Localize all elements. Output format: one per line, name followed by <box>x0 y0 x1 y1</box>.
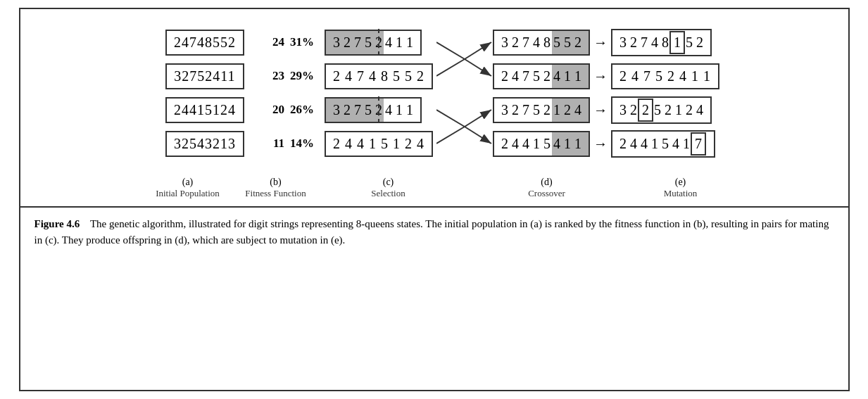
label-a: (a) Initial Population <box>132 177 244 199</box>
caption-text: The genetic algorithm, illustrated for d… <box>34 218 829 246</box>
col-selection: 3 2 7 5 2 4 1 1 2 4 7 4 8 5 5 2 3 2 7 5 … <box>325 29 433 157</box>
cross-box-3: 3 2 7 5 2 1 2 4 <box>493 97 590 123</box>
cross-row-4: 2 4 4 1 5 4 1 1 <box>493 130 590 157</box>
label-e-title: (e) <box>624 177 737 188</box>
label-e: (e) Mutation <box>624 177 737 199</box>
label-d: (d) Crossover <box>470 177 624 199</box>
main-diagram: 24748552 32752411 24415124 32543213 24 3… <box>27 22 841 167</box>
sel-box-3: 3 2 7 5 2 4 1 1 <box>325 97 422 123</box>
ip-box-3: 24415124 <box>165 97 244 123</box>
fitness-value-3: 20 <box>265 103 284 117</box>
d-to-e-arrows: → → → → <box>590 29 611 157</box>
mut-box-4-post <box>707 140 714 147</box>
cross-box-4-left: 2 4 4 1 5 <box>494 132 552 156</box>
col-crossover: 3 2 7 4 8 5 5 2 2 4 7 5 2 4 1 1 3 2 7 5 … <box>493 29 590 157</box>
fitness-value-2: 23 <box>265 69 284 83</box>
selection-with-arrows: 3 2 7 5 2 4 1 1 2 4 7 4 8 5 5 2 3 2 7 5 … <box>325 29 493 167</box>
cross-box-4-right: 4 1 1 <box>552 132 589 156</box>
mut-box-3: 3 2 2 5 2 1 2 4 <box>611 96 712 124</box>
svg-line-2 <box>436 59 465 76</box>
main-container: 24748552 32752411 24415124 32543213 24 3… <box>19 8 850 391</box>
arrow-de-2: → <box>593 63 608 89</box>
cross-row-1: 3 2 7 4 8 5 5 2 <box>493 29 590 56</box>
cross-box-4: 2 4 4 1 5 4 1 1 <box>493 131 590 157</box>
mut-row-1: 3 2 7 4 8 1 5 2 <box>611 29 719 56</box>
cross-box-3-right: 1 2 4 <box>552 99 589 122</box>
fitness-row-1: 24 31% → <box>265 29 325 56</box>
label-c: (c) Selection <box>308 177 470 199</box>
arrow-de-4: → <box>593 130 608 157</box>
sel-box-1-right: 4 1 1 <box>384 31 420 54</box>
sel-row-2: 2 4 7 4 8 5 5 2 <box>325 63 433 89</box>
col-mutation: 3 2 7 4 8 1 5 2 2 4 7 5 2 4 1 1 3 2 2 5 … <box>611 29 719 157</box>
ip-box-2: 32752411 <box>165 63 244 89</box>
ip-box-4: 32543213 <box>165 131 244 157</box>
figure-label: Figure 4.6 <box>34 218 80 229</box>
mut-box-4-pre: 2 4 4 1 5 4 1 <box>612 132 690 156</box>
fitness-pct-3: 26% <box>290 103 317 117</box>
sel-row-3: 3 2 7 5 2 4 1 1 <box>325 96 433 123</box>
caption-area: Figure 4.6 The genetic algorithm, illust… <box>20 208 848 256</box>
arrow-de-3: → <box>593 96 608 123</box>
cross-box-3-left: 3 2 7 5 2 <box>494 99 552 122</box>
svg-line-5 <box>436 110 465 127</box>
label-b-sub: Fitness Function <box>244 188 308 199</box>
mut-row-2: 2 4 7 5 2 4 1 1 <box>611 63 719 89</box>
label-e-sub: Mutation <box>624 188 737 199</box>
mut-box-3-post: 5 2 1 2 4 <box>654 99 710 122</box>
mut-row-3: 3 2 2 5 2 1 2 4 <box>611 96 719 123</box>
mut-box-1-mut: 1 <box>669 31 685 54</box>
svg-line-4 <box>465 59 491 76</box>
label-c-title: (c) <box>308 177 470 188</box>
sel-box-3-left: 3 2 7 5 2 <box>326 99 384 122</box>
cross-box-2: 2 4 7 5 2 4 1 1 <box>493 63 590 89</box>
svg-line-8 <box>465 127 491 144</box>
fitness-value-4: 11 <box>265 137 284 151</box>
label-a-sub: Initial Population <box>132 188 244 199</box>
mut-box-1: 3 2 7 4 8 1 5 2 <box>611 29 712 56</box>
mut-box-3-mut: 2 <box>638 99 653 122</box>
label-b: (b) Fitness Function <box>244 177 308 199</box>
crossing-arrows-svg <box>436 29 493 167</box>
col-initial-population: 24748552 32752411 24415124 32543213 <box>149 29 261 157</box>
ip-row-3: 24415124 <box>165 96 244 123</box>
mut-box-1-post: 5 2 <box>686 31 710 54</box>
svg-line-6 <box>436 127 465 144</box>
cross-row-2: 2 4 7 5 2 4 1 1 <box>493 63 590 89</box>
cross-box-1-right: 5 5 2 <box>552 31 589 54</box>
sel-box-1: 3 2 7 5 2 4 1 1 <box>325 30 422 56</box>
svg-line-7 <box>465 110 491 127</box>
fitness-pct-2: 29% <box>290 69 317 83</box>
mut-box-3-pre: 3 2 <box>612 99 637 122</box>
ip-row-4: 32543213 <box>165 130 244 157</box>
fitness-value-1: 24 <box>265 35 284 49</box>
mut-box-2: 2 4 7 5 2 4 1 1 <box>611 63 719 89</box>
cross-box-2-left: 2 4 7 5 2 <box>494 65 552 88</box>
label-a-title: (a) <box>132 177 244 188</box>
fitness-pct-4: 14% <box>290 137 317 151</box>
svg-line-3 <box>465 42 491 59</box>
fitness-arrows: 24 31% → 23 29% → 20 26% → 11 14% → <box>261 29 325 157</box>
ip-row-1: 24748552 <box>165 29 244 56</box>
sel-box-4: 2 4 4 1 5 1 2 4 <box>325 131 433 157</box>
fitness-pct-1: 31% <box>290 35 317 49</box>
sel-box-2: 2 4 7 4 8 5 5 2 <box>325 63 433 89</box>
mut-box-1-pre: 3 2 7 4 8 <box>612 31 669 54</box>
sel-box-1-left: 3 2 7 5 2 <box>326 31 384 54</box>
fitness-row-3: 20 26% → <box>265 96 325 123</box>
ip-box-1: 24748552 <box>165 30 244 56</box>
fitness-row-2: 23 29% → <box>265 63 325 89</box>
labels-row: (a) Initial Population (b) Fitness Funct… <box>27 177 841 199</box>
cross-box-2-right: 4 1 1 <box>552 65 589 88</box>
mut-box-4: 2 4 4 1 5 4 1 7 <box>611 130 715 158</box>
cross-box-1-left: 3 2 7 4 8 <box>494 31 552 54</box>
svg-line-1 <box>436 42 465 59</box>
fitness-row-4: 11 14% → <box>265 130 325 157</box>
mut-row-4: 2 4 4 1 5 4 1 7 <box>611 130 719 157</box>
sel-row-4: 2 4 4 1 5 1 2 4 <box>325 130 433 157</box>
cross-box-1: 3 2 7 4 8 5 5 2 <box>493 30 590 56</box>
label-c-sub: Selection <box>308 188 470 199</box>
sel-box-3-right: 4 1 1 <box>384 99 420 122</box>
mut-box-4-mut: 7 <box>691 132 706 156</box>
label-d-title: (d) <box>470 177 624 188</box>
